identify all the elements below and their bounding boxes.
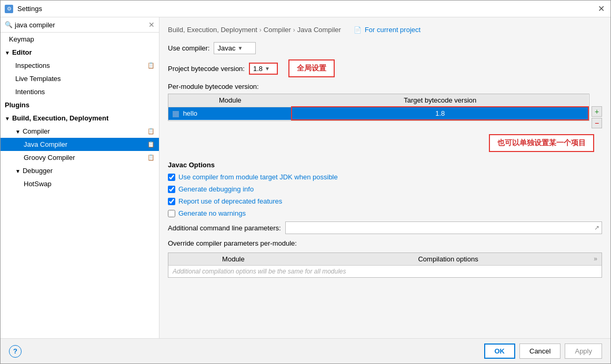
expand-compiler-icon: ▼ bbox=[15, 129, 21, 135]
clear-search-button[interactable]: ✕ bbox=[148, 21, 155, 29]
sidebar-item-compiler[interactable]: ▼Compiler 📋 bbox=[1, 125, 159, 138]
title-bar: ⚙ Settings ✕ bbox=[1, 1, 610, 17]
sidebar-item-debugger[interactable]: ▼Debugger bbox=[1, 164, 159, 177]
footer-buttons: OK Cancel Apply bbox=[484, 343, 603, 359]
expand-params-icon[interactable]: ↗ bbox=[594, 224, 599, 231]
override-options-col: Compilation options » bbox=[298, 253, 602, 266]
version-col-header: Target bytecode version bbox=[292, 94, 588, 107]
settings-window: ⚙ Settings ✕ 🔍 ✕ Keymap ▼Editor Inspecti… bbox=[0, 0, 611, 364]
sidebar-item-java-compiler[interactable]: Java Compiler 📋 bbox=[1, 138, 159, 151]
groovy-compiler-copy-icon: 📋 bbox=[147, 154, 155, 161]
override-params-label-row: Override compiler parameters per-module: bbox=[168, 239, 602, 247]
cancel-button[interactable]: Cancel bbox=[519, 343, 560, 359]
content-area: 🔍 ✕ Keymap ▼Editor Inspections 📋 Live Te… bbox=[1, 17, 610, 338]
table-buttons: + − bbox=[592, 94, 602, 128]
apply-button[interactable]: Apply bbox=[565, 343, 602, 359]
override-params-table: Module Compilation options » Additional … bbox=[168, 253, 602, 277]
module-version-cell: 1.8 bbox=[292, 107, 588, 120]
use-compiler-checkbox[interactable] bbox=[168, 174, 175, 181]
sidebar-item-intentions[interactable]: Intentions bbox=[1, 85, 159, 98]
use-compiler-row: Use compiler: Javac ▼ bbox=[168, 42, 602, 54]
expand-table-icon[interactable]: » bbox=[594, 255, 597, 262]
module-icon bbox=[173, 111, 179, 117]
override-note: Additional compilation options will be t… bbox=[168, 266, 602, 278]
close-button[interactable]: ✕ bbox=[596, 4, 606, 14]
bytecode-select-value: 1.8 bbox=[253, 65, 263, 73]
search-bar: 🔍 ✕ bbox=[1, 17, 159, 33]
global-settings-annotation: 全局设置 bbox=[288, 59, 335, 77]
add-module-button[interactable]: + bbox=[592, 106, 602, 117]
deprecated-checkbox[interactable] bbox=[168, 198, 175, 205]
expand-editor-icon: ▼ bbox=[5, 50, 10, 56]
app-icon: ⚙ bbox=[5, 5, 13, 13]
module-name-cell: hello bbox=[168, 107, 292, 120]
search-icon: 🔍 bbox=[5, 21, 13, 28]
override-module-col: Module bbox=[168, 253, 298, 266]
help-button[interactable]: ? bbox=[9, 345, 22, 358]
breadcrumb-part-2: Compiler bbox=[264, 26, 291, 34]
use-compiler-label: Use compiler: bbox=[168, 44, 209, 52]
sidebar: 🔍 ✕ Keymap ▼Editor Inspections 📋 Live Te… bbox=[1, 17, 159, 338]
table-row[interactable]: hello 1.8 bbox=[168, 107, 588, 120]
sidebar-item-hotswap[interactable]: HotSwap bbox=[1, 177, 159, 190]
remove-module-button[interactable]: − bbox=[592, 118, 602, 128]
checkbox-no-warnings: Generate no warnings bbox=[168, 209, 602, 217]
no-warnings-checkbox-label[interactable]: Generate no warnings bbox=[178, 209, 246, 217]
ok-button[interactable]: OK bbox=[484, 343, 516, 359]
use-compiler-checkbox-label[interactable]: Use compiler from module target JDK when… bbox=[178, 173, 338, 181]
module-table-wrapper: Module Target bytecode version hello 1.8 bbox=[168, 94, 589, 121]
module-table: Module Target bytecode version hello 1.8 bbox=[168, 94, 589, 120]
sidebar-item-plugins[interactable]: Plugins bbox=[1, 98, 159, 112]
breadcrumb-part-1: Build, Execution, Deployment bbox=[168, 26, 257, 34]
deprecated-checkbox-label[interactable]: Report use of deprecated features bbox=[178, 197, 282, 205]
for-current-project-link[interactable]: For current project bbox=[365, 26, 420, 34]
breadcrumb-part-3: Java Compiler bbox=[297, 26, 341, 34]
bytecode-select-arrow-icon: ▼ bbox=[265, 66, 270, 72]
project-bytecode-label: Project bytecode version: bbox=[168, 65, 245, 73]
javac-options-title: Javac Options bbox=[168, 161, 602, 169]
override-params-label: Override compiler parameters per-module: bbox=[168, 239, 297, 247]
per-module-label: Per-module bytecode version: bbox=[168, 83, 602, 90]
expand-build-icon: ▼ bbox=[5, 116, 10, 122]
override-params-table-container: Module Compilation options » Additional … bbox=[168, 252, 602, 278]
checkbox-use-compiler: Use compiler from module target JDK when… bbox=[168, 173, 602, 181]
gen-debug-checkbox[interactable] bbox=[168, 186, 175, 193]
sidebar-item-inspections[interactable]: Inspections 📋 bbox=[1, 59, 159, 72]
java-compiler-copy-icon: 📋 bbox=[147, 141, 155, 148]
sidebar-item-editor[interactable]: ▼Editor bbox=[1, 46, 159, 59]
footer: ? OK Cancel Apply bbox=[1, 338, 610, 363]
project-bytecode-select[interactable]: 1.8 ▼ bbox=[249, 63, 278, 75]
module-table-container: Module Target bytecode version hello 1.8 bbox=[168, 94, 602, 129]
window-title: Settings bbox=[17, 5, 596, 13]
project-bytecode-row: Project bytecode version: 1.8 ▼ 全局设置 bbox=[168, 59, 602, 77]
additional-params-row: Additional command line parameters: ↗ bbox=[168, 221, 602, 234]
project-link-icon: 📄 bbox=[354, 26, 362, 34]
sidebar-item-keymap[interactable]: Keymap bbox=[1, 33, 159, 46]
breadcrumb-sep-1: › bbox=[259, 26, 262, 34]
inspections-copy-icon: 📋 bbox=[147, 62, 155, 69]
additional-params-label: Additional command line parameters: bbox=[168, 224, 281, 232]
expand-debugger-icon: ▼ bbox=[15, 168, 21, 174]
sidebar-item-groovy-compiler[interactable]: Groovy Compiler 📋 bbox=[1, 151, 159, 164]
module-col-header: Module bbox=[168, 94, 292, 107]
module-settings-annotation: 也可以单独设置某一个项目 bbox=[489, 134, 594, 152]
compiler-select-value: Javac bbox=[217, 44, 235, 52]
sidebar-item-build-execution-deployment[interactable]: ▼Build, Execution, Deployment bbox=[1, 112, 159, 125]
no-warnings-checkbox[interactable] bbox=[168, 210, 175, 217]
search-input[interactable] bbox=[15, 21, 146, 29]
table-row: Additional compilation options will be t… bbox=[168, 266, 602, 278]
compiler-select-arrow-icon: ▼ bbox=[237, 45, 243, 51]
sidebar-item-live-templates[interactable]: Live Templates bbox=[1, 72, 159, 85]
breadcrumb: Build, Execution, Deployment › Compiler … bbox=[168, 26, 602, 34]
additional-params-input[interactable]: ↗ bbox=[285, 221, 602, 234]
checkbox-deprecated: Report use of deprecated features bbox=[168, 197, 602, 205]
checkbox-gen-debug: Generate debugging info bbox=[168, 185, 602, 193]
main-panel: Build, Execution, Deployment › Compiler … bbox=[159, 17, 610, 338]
gen-debug-checkbox-label[interactable]: Generate debugging info bbox=[178, 185, 254, 193]
use-compiler-select[interactable]: Javac ▼ bbox=[214, 42, 256, 54]
compiler-copy-icon: 📋 bbox=[147, 128, 155, 135]
breadcrumb-sep-2: › bbox=[293, 26, 295, 34]
